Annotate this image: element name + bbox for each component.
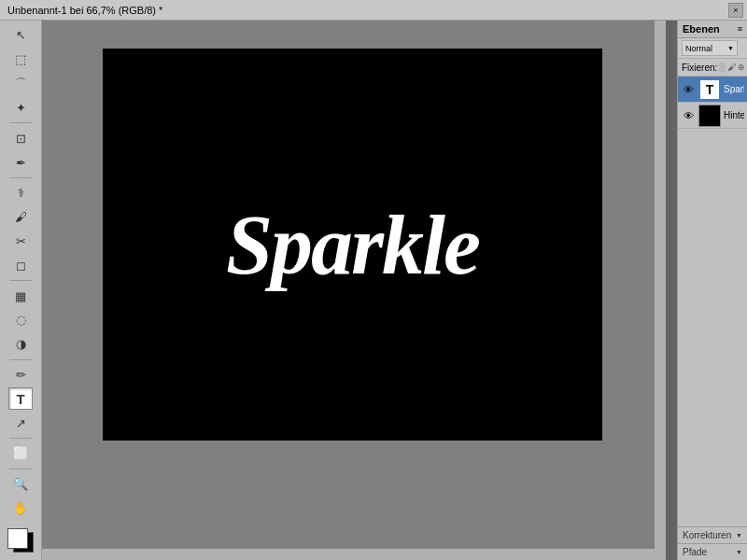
layers-spacer	[678, 129, 747, 315]
layers-panel-title: Ebenen	[683, 23, 720, 35]
tool-eyedropper[interactable]: ✒	[8, 151, 33, 174]
layer-visibility-text[interactable]: 👁	[681, 82, 696, 97]
tool-lasso[interactable]: ⌒	[8, 73, 33, 95]
layers-toolbar: Normal ▼	[678, 38, 747, 59]
tool-crop[interactable]: ⊡	[8, 127, 33, 149]
tool-type[interactable]: T	[8, 387, 33, 410]
korrekturen-chevron: ▼	[736, 532, 742, 539]
color-swatches[interactable]	[7, 528, 34, 552]
blend-mode-chevron: ▼	[727, 45, 734, 51]
layer-visibility-bg[interactable]: 👁	[681, 108, 696, 123]
tool-brush[interactable]: 🖌	[8, 206, 33, 229]
blend-mode-label: Normal	[685, 44, 712, 53]
pfade-label: Pfade	[683, 547, 707, 557]
korrekturen-label: Korrekturen	[683, 530, 731, 540]
layers-panel-menu-icon[interactable]: ≡	[738, 24, 742, 34]
layer-item-background[interactable]: 👁 Hintergrund	[678, 103, 747, 129]
title-bar: Unbenannt-1 bei 66,7% (RGB/8) * ×	[0, 0, 747, 21]
foreground-color-swatch[interactable]	[7, 528, 28, 549]
fix-transparent-icon[interactable]: ░	[719, 61, 725, 74]
close-button[interactable]: ×	[728, 3, 743, 18]
tool-eraser[interactable]: ◻	[8, 254, 33, 276]
layer-name-bg: Hintergrund	[724, 110, 744, 120]
canvas-scrollbar-horizontal[interactable]	[42, 549, 655, 560]
canvas-text: Sparkle	[226, 197, 479, 293]
bottom-panels: Korrekturen ▼ Pfade ▼	[678, 526, 747, 560]
layers-panel-header: Ebenen ≡	[678, 21, 747, 38]
layer-item-text[interactable]: 👁 T Sparkle	[678, 77, 747, 103]
title-bar-text: Unbenannt-1 bei 66,7% (RGB/8) *	[0, 5, 728, 16]
layer-thumb-bg	[698, 105, 721, 127]
tool-dodge[interactable]: ◑	[8, 333, 33, 356]
tool-shape[interactable]: ⬜	[8, 442, 33, 465]
tool-hand[interactable]: ✋	[8, 497, 33, 520]
tool-blur[interactable]: ◌	[8, 309, 33, 331]
left-toolbar: ↖ ⬚ ⌒ ✦ ⊡ ✒ ⚕ 🖌 ✂ ◻ ▦ ◌ ◑ ✏ T ↗ ⬜ 🔍 ✋	[0, 21, 42, 560]
fixieren-label: Fixieren:	[682, 63, 717, 73]
document-canvas: Sparkle	[103, 49, 602, 441]
tool-pen[interactable]: ✏	[8, 364, 33, 386]
tool-quick-select[interactable]: ✦	[8, 97, 33, 119]
korrekturen-panel[interactable]: Korrekturen ▼	[678, 526, 747, 543]
tool-zoom[interactable]: 🔍	[8, 473, 33, 496]
canvas-scroll-corner	[655, 549, 666, 560]
tool-move[interactable]: ↖	[8, 24, 33, 47]
fixieren-row: Fixieren: ░ 🖌 ⊕ 🔒	[678, 59, 747, 77]
canvas-scrollbar-vertical[interactable]	[655, 21, 666, 549]
pfade-chevron: ▼	[736, 549, 742, 555]
fix-move-icon[interactable]: ⊕	[738, 61, 745, 74]
right-panel: Ebenen ≡ Normal ▼ Fixieren: ░ 🖌 ⊕ 🔒 👁 T …	[677, 21, 747, 560]
tool-healing[interactable]: ⚕	[8, 182, 33, 204]
fix-brush-icon[interactable]: 🖌	[727, 61, 736, 74]
blend-mode-dropdown[interactable]: Normal ▼	[682, 40, 738, 56]
tool-gradient[interactable]: ▦	[8, 285, 33, 307]
pfade-panel[interactable]: Pfade ▼	[678, 543, 747, 560]
tool-arrow[interactable]: ↗	[8, 412, 33, 434]
tool-selection[interactable]: ⬚	[8, 49, 33, 71]
layer-thumb-text: T	[698, 78, 721, 101]
layer-name-text: Sparkle	[724, 84, 744, 94]
canvas-area: Sparkle	[42, 21, 666, 560]
tool-clone[interactable]: ✂	[8, 231, 33, 253]
